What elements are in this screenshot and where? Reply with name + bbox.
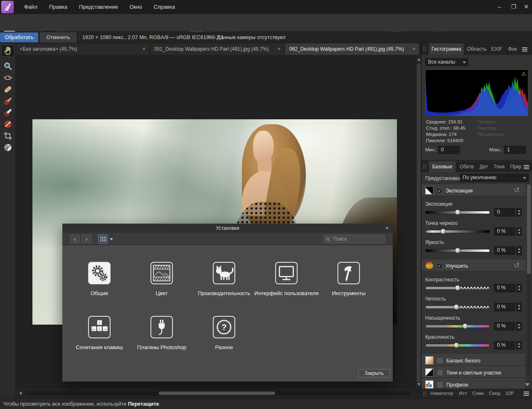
close-tab-icon[interactable]: ×	[142, 43, 145, 55]
close-tab-icon[interactable]: ×	[277, 43, 281, 55]
value-stepper[interactable]	[516, 303, 522, 311]
stepper-down-icon[interactable]	[518, 213, 520, 215]
slider-handle[interactable]	[440, 229, 446, 234]
crop-tool[interactable]	[3, 131, 13, 141]
clipping-warning-icon[interactable]: ⚠	[521, 71, 526, 77]
saturation-slider[interactable]	[425, 325, 490, 328]
red-eye-removal-tool[interactable]	[3, 73, 13, 83]
tab-basic[interactable]: Базовые	[429, 161, 456, 172]
tab-exif[interactable]: EXIF	[489, 43, 504, 55]
brightness-slider[interactable]	[425, 249, 490, 252]
panel-menu-icon[interactable]	[522, 47, 527, 52]
restore-button[interactable]: ❐	[507, 0, 520, 14]
slider-value[interactable]: 0 %	[494, 341, 515, 350]
stepper-down-icon[interactable]	[518, 346, 520, 348]
document-tab-active[interactable]: 062_Desktop Wallpapers HD Part (491).jpg…	[285, 43, 420, 55]
white-balance-section[interactable]: Баланс белого	[421, 354, 525, 366]
menu-window[interactable]: Окно	[124, 0, 148, 14]
stepper-down-icon[interactable]	[518, 232, 520, 234]
document-tab[interactable]: <Без заголовка> (45.7%) ×	[16, 43, 150, 55]
settings-item-misc[interactable]: ? Разное	[193, 316, 255, 340]
horizontal-scroll-thumb[interactable]	[159, 392, 275, 395]
value-stepper[interactable]	[516, 322, 522, 330]
panel-menu-icon[interactable]	[524, 165, 529, 169]
tab-info[interactable]: Свед	[487, 389, 502, 398]
value-stepper[interactable]	[516, 227, 522, 236]
slider-handle[interactable]	[463, 323, 468, 329]
search-field[interactable]	[323, 235, 385, 243]
close-tab-icon[interactable]: ×	[412, 43, 416, 55]
profiles-section[interactable]: Профили	[421, 378, 525, 390]
enhance-section-header[interactable]: ✓ Улучшить ↺	[421, 260, 525, 271]
slider-value[interactable]: 0	[494, 208, 515, 217]
profiles-checkbox[interactable]	[437, 382, 443, 387]
panel-scrollbar[interactable]	[527, 185, 531, 376]
settings-item-tools[interactable]: Инструменты	[318, 262, 380, 286]
vibrance-slider[interactable]	[425, 344, 490, 347]
forward-button[interactable]: ›	[81, 235, 91, 243]
scroll-down-icon[interactable]	[525, 383, 530, 386]
settings-item-performance[interactable]: Производительность	[193, 262, 255, 286]
slider-handle[interactable]	[455, 248, 461, 253]
scroll-left-icon[interactable]	[19, 392, 22, 395]
panel-grip[interactable]	[424, 47, 426, 52]
zoom-tool[interactable]	[3, 61, 13, 71]
settings-item-color[interactable]: Цвет	[131, 262, 193, 286]
stepper-up-icon[interactable]	[518, 343, 520, 345]
tab-32bit[interactable]: 32P	[503, 389, 516, 398]
settings-item-shortcuts[interactable]: ↑←↓→ Сочетания клавиш	[68, 316, 131, 340]
horizontal-scrollbar[interactable]	[16, 389, 416, 398]
slider-handle[interactable]	[453, 342, 459, 348]
tab-navigator[interactable]: Навигатор	[428, 389, 456, 398]
panel-grip[interactable]	[424, 164, 426, 169]
grid-view-button[interactable]	[98, 234, 108, 244]
settings-item-user-interface[interactable]: Интерфейс пользователя	[255, 262, 318, 286]
min-input[interactable]: 0	[438, 146, 460, 154]
overlay-erase-tool[interactable]	[3, 108, 13, 118]
preset-dropdown[interactable]: По умолчанию	[460, 174, 529, 182]
blemish-removal-tool[interactable]	[3, 84, 13, 94]
vertical-scrollbar[interactable]	[416, 55, 421, 389]
tab-history[interactable]: Ист	[457, 389, 469, 398]
panel-menu-icon[interactable]	[524, 392, 529, 396]
chevron-down-icon[interactable]	[110, 238, 113, 240]
develop-apply-button[interactable]: Обработать	[0, 32, 38, 42]
tab-snapshots[interactable]: Снмк	[470, 389, 486, 398]
menu-help[interactable]: Справка	[148, 0, 181, 14]
tab-tones[interactable]: Тона	[491, 161, 507, 172]
exposure-checkbox[interactable]: ✓	[437, 188, 442, 193]
tab-scope[interactable]: Область	[466, 43, 488, 55]
slider-value[interactable]: 0 %	[494, 322, 515, 330]
minimize-button[interactable]: –	[493, 0, 506, 14]
stepper-up-icon[interactable]	[518, 324, 520, 325]
shadows-highlights-checkbox[interactable]	[437, 370, 443, 375]
value-stepper[interactable]	[516, 284, 522, 292]
value-stepper[interactable]	[516, 208, 522, 217]
contrast-slider[interactable]	[425, 286, 490, 290]
slider-handle[interactable]	[455, 209, 461, 215]
back-button[interactable]: ‹	[70, 235, 80, 243]
stepper-up-icon[interactable]	[518, 210, 520, 212]
stepper-up-icon[interactable]	[518, 229, 520, 231]
white-balance-tool[interactable]	[3, 143, 13, 153]
search-input[interactable]	[332, 236, 381, 242]
max-input[interactable]: 1	[504, 146, 526, 154]
exposure-slider[interactable]	[425, 211, 490, 214]
white-balance-checkbox[interactable]	[437, 358, 443, 363]
stepper-up-icon[interactable]	[518, 286, 520, 287]
document-tab[interactable]: 051_Desktop Wallpapers HD Part (491).jpg…	[150, 43, 285, 55]
slider-value[interactable]: 0 %	[494, 303, 515, 311]
tab-histogram[interactable]: Гистограмма	[429, 43, 464, 55]
settings-item-general[interactable]: Общие	[68, 262, 131, 286]
dialog-close-icon[interactable]: ×	[385, 224, 389, 233]
stepper-down-icon[interactable]	[518, 289, 520, 291]
stepper-down-icon[interactable]	[518, 308, 520, 310]
channel-selector-dropdown[interactable]: Все каналы	[425, 58, 468, 66]
slider-handle[interactable]	[453, 304, 459, 310]
panel-scroll-thumb[interactable]	[527, 185, 531, 274]
tab-details[interactable]: Дет	[478, 161, 490, 172]
overlay-paint-tool[interactable]	[3, 96, 13, 106]
menu-file[interactable]: Файл	[18, 0, 43, 14]
tab-focus[interactable]: Фок	[505, 43, 520, 55]
stepper-down-icon[interactable]	[518, 327, 520, 329]
